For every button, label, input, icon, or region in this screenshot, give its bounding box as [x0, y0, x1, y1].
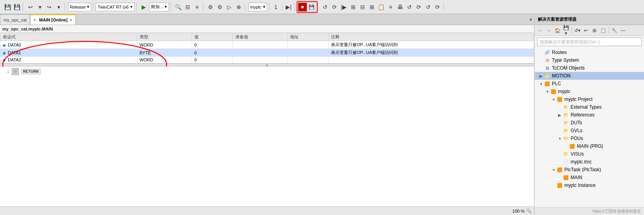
breakpoint-area[interactable]: □	[12, 68, 19, 75]
redo-dropdown[interactable]: ▾	[54, 3, 63, 11]
plc-chevron: ▾	[263, 4, 265, 9]
menu-btn1[interactable]: ⊟	[358, 3, 367, 11]
extra-btn3[interactable]: ▷	[225, 3, 234, 11]
attach-dropdown[interactable]: 附加... ▾	[149, 3, 169, 11]
separator2	[269, 3, 270, 11]
plctask-icon: 🟧	[557, 167, 563, 173]
tree-item-motion[interactable]: ▶ 📁 MOTION	[535, 72, 644, 80]
reload-btn1[interactable]: ↺	[321, 3, 329, 11]
home-button[interactable]: 🏠	[553, 27, 561, 34]
myplc-project-label: myplc Project	[564, 97, 592, 102]
table-row[interactable]: ◆ DATA2 WORD 0	[0, 57, 534, 63]
search-button[interactable]: 🔍	[174, 3, 183, 11]
copy-sol-button[interactable]: ⊞	[591, 27, 598, 34]
back-button[interactable]: ←	[536, 27, 544, 34]
diamond-icon-0: ◆	[3, 43, 6, 47]
tab2-close[interactable]: ×	[70, 18, 72, 22]
main-prg-label: MAIN (PRG)	[577, 143, 603, 149]
solution-explorer-toolbar: ← → 🏠 💾▾ ↺▾ ↩ ⊞ 📋 🔧 —	[535, 25, 644, 36]
extra-btn1[interactable]: ⚙	[206, 3, 215, 11]
tree-item-plctask[interactable]: ▾ 🟧 PlcTask (PlcTask)	[535, 166, 644, 174]
list-button[interactable]: ≡	[193, 3, 201, 11]
refresh-btn1[interactable]: ↺	[405, 3, 414, 11]
twincat-label: TwinCAT RT (x6	[98, 5, 128, 9]
separator3	[282, 3, 283, 11]
tree-item-duts[interactable]: 📁 DUTs	[535, 119, 644, 127]
nav-fwd[interactable]: ▶|	[285, 3, 293, 11]
extra-btn4[interactable]: ⊕	[235, 3, 243, 11]
table-row[interactable]: ◆ DATA0 WORD 0 表示变量只被OP...UA客户端访问到	[0, 41, 534, 49]
solution-search-box[interactable]: 搜索解决方案资源管理器(Ctrl+;)	[537, 38, 642, 46]
undo-button[interactable]: ↩	[26, 3, 35, 11]
menu-btn3[interactable]: 📋	[377, 3, 386, 11]
extra-btn2[interactable]: ⚙	[216, 3, 224, 11]
tree-item-visus[interactable]: 📁 VISUs	[535, 150, 644, 158]
tree-item-plc[interactable]: ▾ 🟧 PLC	[535, 80, 644, 88]
run-button[interactable]: ▶	[140, 3, 148, 11]
undo-sol-button[interactable]: ↩	[582, 27, 590, 34]
tree-item-myplc-tmc[interactable]: 📄 myplc.tmc	[535, 158, 644, 166]
menu-btn2[interactable]: ⊞	[368, 3, 376, 11]
reload-btn2[interactable]: ⟳	[330, 3, 339, 11]
tree-item-myplc[interactable]: ▾ 🟧 myplc	[535, 88, 644, 95]
panel-collapse-button[interactable]: ▼	[528, 14, 534, 25]
config-toolbar-group: Release ▾ TwinCAT RT (x6 ▾	[66, 3, 137, 11]
step-btn[interactable]: |▶	[340, 3, 348, 11]
myplc-icon: 🟧	[550, 88, 557, 95]
oval-container: 表达式 类型 值 准备值 地址 注释 ◆ DATA0	[0, 33, 534, 63]
connect-btn[interactable]: ⊞	[349, 3, 358, 11]
save-sol-button[interactable]: 💾▾	[562, 27, 570, 34]
refresh-sol-button[interactable]: ↺▾	[573, 27, 581, 34]
paste-sol-button[interactable]: 📋	[599, 27, 607, 34]
tree-item-myplc-instance[interactable]: 🟧 myplc Instance	[535, 181, 644, 189]
motion-label: MOTION	[552, 73, 571, 79]
refresh-btn3[interactable]: ↺	[424, 3, 432, 11]
tree-item-myplc-project[interactable]: ▾ 🟧 myplc Project	[535, 95, 644, 103]
expand-motion: ▶	[538, 74, 544, 78]
expand-myplc-project: ▾	[550, 97, 557, 102]
tab-main-online[interactable]: ⊳ MAIN [Online] ×	[30, 14, 76, 25]
tree-item-tccom[interactable]: ⊟ TcCOM Objects	[535, 64, 644, 72]
save-button[interactable]: 💾	[3, 3, 12, 11]
plc-label: PLC	[552, 81, 561, 86]
main-label: MAIN	[571, 175, 582, 180]
tree-item-routes[interactable]: 🔗 Routes	[535, 48, 644, 56]
settings-sol-button[interactable]: 🔧	[610, 27, 618, 34]
plc-name-group: myplc ▾ 1 ▶|	[247, 3, 295, 11]
release-dropdown[interactable]: Release ▾	[68, 3, 91, 11]
ext-types-icon: 📁	[563, 104, 569, 110]
menu-btn4[interactable]: ≡	[386, 3, 395, 11]
nav-btn1[interactable]: 1	[272, 3, 280, 11]
col-value: 值	[192, 33, 233, 41]
tab-my-opc-cat[interactable]: my_opc_cat	[0, 14, 30, 25]
stop-button[interactable]	[298, 3, 307, 11]
tree-item-external-types[interactable]: 📁 External Types	[535, 103, 644, 111]
refresh-btn2[interactable]: ⟳	[415, 3, 423, 11]
tree-item-typesystem[interactable]: ⊞ Type System	[535, 56, 644, 64]
minus-sol-button[interactable]: —	[619, 27, 627, 34]
code-editor[interactable]: 1 □ RETURN	[0, 66, 534, 206]
cell-comment-1: 表示变量只被OP...UA客户端访问到	[329, 49, 534, 57]
table-row[interactable]: ◆ DATA1 BYTE 0 表示变量只被OP...UA客户端访问到	[0, 49, 534, 57]
plc-dropdown[interactable]: myplc ▾	[248, 3, 267, 11]
main-icon: 🟧	[563, 174, 569, 181]
undo-dropdown[interactable]: ▾	[36, 3, 44, 11]
tree-item-main[interactable]: 🟧 MAIN	[535, 174, 644, 181]
redo-button[interactable]: ↪	[45, 3, 53, 11]
filter-button[interactable]: ⊟	[183, 3, 192, 11]
tree-item-main-prg[interactable]: 🟧 MAIN (PRG)	[535, 142, 644, 150]
breadcrumb-text: my_opc_cat.myplc.MAIN	[2, 27, 53, 31]
activate-button[interactable]: 💾	[308, 3, 316, 11]
menu-btn5[interactable]: 🖶	[396, 3, 404, 11]
run-toolbar-group: ▶ 附加... ▾	[138, 3, 171, 11]
references-icon: 📁	[563, 112, 569, 118]
watermark-text: https:// CSDN @黄昏和星空	[592, 209, 641, 214]
tree-item-references[interactable]: ▶ 📁 References	[535, 111, 644, 119]
save-all-button[interactable]: 💾	[12, 3, 21, 11]
twincat-dropdown[interactable]: TwinCAT RT (x6 ▾	[96, 3, 134, 11]
forward-button[interactable]: →	[545, 27, 553, 34]
col-prepared: 准备值	[233, 33, 287, 41]
tree-item-pous[interactable]: ▾ 📁 POUs	[535, 134, 644, 142]
tree-item-gvls[interactable]: 📁 GVLs	[535, 127, 644, 134]
refresh-btn4[interactable]: ⟳	[433, 3, 442, 11]
